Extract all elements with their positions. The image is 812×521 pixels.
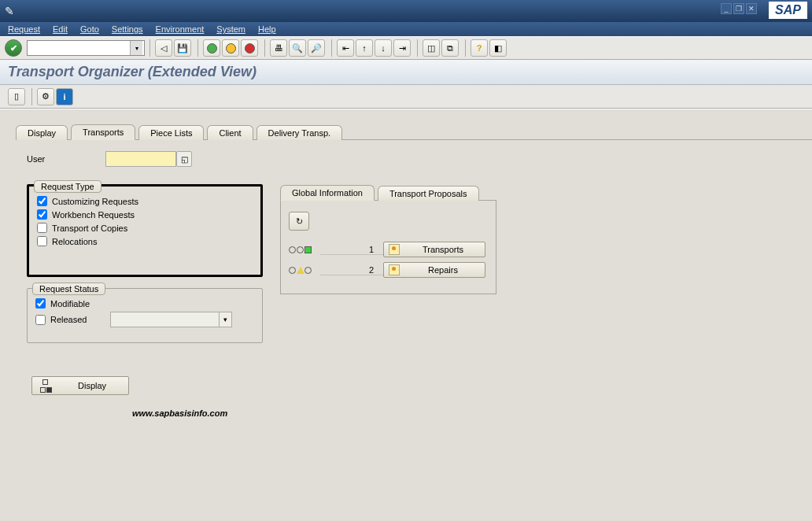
menu-goto[interactable]: Goto bbox=[80, 24, 99, 34]
repairs-button[interactable]: Repairs bbox=[383, 262, 485, 278]
dropdown-icon[interactable]: ▾ bbox=[219, 312, 231, 327]
last-page-icon[interactable]: ⇥ bbox=[393, 39, 411, 57]
layout-icon[interactable]: ◧ bbox=[489, 39, 507, 57]
transports-button[interactable]: Transports bbox=[383, 242, 485, 257]
user-f4-icon[interactable]: ◱ bbox=[176, 151, 192, 167]
page-title: Transport Organizer (Extended View) bbox=[8, 64, 257, 80]
tab-delivery[interactable]: Delivery Transp. bbox=[257, 125, 342, 140]
relocations-checkbox[interactable] bbox=[37, 236, 47, 246]
modifiable-label: Modifiable bbox=[50, 299, 90, 309]
request-status-legend: Request Status bbox=[32, 283, 105, 295]
customizing-checkbox[interactable] bbox=[37, 196, 47, 206]
tools-icon[interactable]: ⚙ bbox=[37, 88, 54, 105]
new-session-icon[interactable]: ◫ bbox=[423, 39, 440, 57]
restore-btn[interactable]: ❐ bbox=[733, 3, 744, 14]
released-label: Released bbox=[50, 315, 87, 324]
menu-settings[interactable]: Settings bbox=[112, 24, 143, 34]
menu-bar: Request Edit Goto Settings Environment S… bbox=[0, 22, 812, 36]
command-history-icon[interactable]: ▾ bbox=[130, 41, 142, 55]
tab-transports[interactable]: Transports bbox=[71, 124, 135, 140]
standard-toolbar: ✔ ▾ ◁ 💾 🖶 🔍 🔎 ⇤ ↑ ↓ ⇥ ◫ ⧉ ? ◧ bbox=[0, 36, 812, 60]
display-button-label: Display bbox=[64, 381, 120, 390]
find-next-icon[interactable]: 🔎 bbox=[308, 39, 325, 57]
person-icon bbox=[389, 264, 400, 275]
shortcut-icon[interactable]: ⧉ bbox=[441, 39, 459, 57]
first-page-icon[interactable]: ⇤ bbox=[337, 39, 354, 57]
help-icon[interactable]: ? bbox=[471, 39, 488, 57]
close-btn[interactable]: ✕ bbox=[746, 3, 757, 14]
save-icon[interactable]: 💾 bbox=[174, 39, 191, 57]
released-checkbox[interactable] bbox=[35, 315, 46, 325]
tree-icon bbox=[40, 379, 54, 392]
application-toolbar: ▯ ⚙ i bbox=[0, 85, 812, 109]
transports-button-label: Transports bbox=[406, 245, 480, 254]
info-tabs: Global Information Transport Proposals bbox=[280, 184, 496, 201]
traffic-yellow-icon bbox=[289, 267, 320, 274]
modifiable-checkbox[interactable] bbox=[35, 298, 46, 309]
info-icon[interactable]: i bbox=[56, 88, 73, 105]
back-icon[interactable]: ◁ bbox=[155, 39, 172, 57]
repairs-button-label: Repairs bbox=[406, 265, 480, 275]
prev-page-icon[interactable]: ↑ bbox=[356, 39, 373, 57]
find-icon[interactable]: 🔍 bbox=[289, 39, 306, 57]
transport-copies-checkbox[interactable] bbox=[37, 223, 47, 233]
user-input[interactable] bbox=[105, 151, 176, 167]
back-circle-icon[interactable] bbox=[203, 39, 220, 57]
request-status-group: Request Status Modifiable Released ▾ bbox=[27, 288, 263, 343]
tab-display[interactable]: Display bbox=[16, 125, 68, 140]
main-tabs: Display Transports Piece Lists Client De… bbox=[16, 124, 812, 140]
next-page-icon[interactable]: ↓ bbox=[375, 39, 392, 57]
tab-piece-lists[interactable]: Piece Lists bbox=[138, 125, 204, 140]
global-info-content: ↻ 1 Transports bbox=[280, 201, 496, 294]
menu-system[interactable]: System bbox=[216, 24, 245, 34]
tab-client[interactable]: Client bbox=[207, 125, 253, 140]
transport-copies-label: Transport of Copies bbox=[52, 224, 127, 233]
exit-circle-icon[interactable] bbox=[222, 39, 239, 57]
transports-count: 1 bbox=[320, 245, 383, 255]
enter-button[interactable]: ✔ bbox=[5, 39, 22, 57]
tab-global-info[interactable]: Global Information bbox=[280, 185, 375, 201]
repairs-count: 2 bbox=[320, 265, 383, 275]
window-menu-icon[interactable]: ✎ bbox=[5, 5, 14, 17]
menu-request[interactable]: Request bbox=[8, 24, 40, 34]
command-field-wrap: ▾ bbox=[27, 40, 145, 56]
traffic-green-icon bbox=[289, 246, 320, 253]
cancel-circle-icon[interactable] bbox=[241, 39, 258, 57]
user-label: User bbox=[27, 154, 105, 164]
refresh-icon[interactable]: ↻ bbox=[289, 212, 309, 231]
tab-transport-proposals[interactable]: Transport Proposals bbox=[378, 186, 479, 201]
request-type-group: Request Type Customizing Requests Workbe… bbox=[27, 184, 263, 277]
person-icon bbox=[389, 244, 400, 255]
released-combo[interactable]: ▾ bbox=[110, 312, 232, 327]
customizing-label: Customizing Requests bbox=[52, 197, 138, 206]
relocations-label: Relocations bbox=[52, 237, 97, 246]
workbench-label: Workbench Requests bbox=[52, 210, 135, 220]
menu-help[interactable]: Help bbox=[258, 24, 276, 34]
watermark: www.sapbasisinfo.com bbox=[132, 408, 227, 418]
minimize-btn[interactable]: _ bbox=[721, 3, 732, 14]
create-icon[interactable]: ▯ bbox=[8, 88, 25, 105]
menu-edit[interactable]: Edit bbox=[53, 24, 68, 34]
workbench-checkbox[interactable] bbox=[37, 209, 47, 220]
display-button[interactable]: Display bbox=[31, 376, 129, 395]
print-icon[interactable]: 🖶 bbox=[270, 39, 287, 57]
command-field[interactable] bbox=[28, 41, 130, 55]
request-type-legend: Request Type bbox=[34, 180, 102, 193]
menu-environment[interactable]: Environment bbox=[156, 24, 205, 34]
sap-logo: SAP bbox=[769, 2, 807, 19]
